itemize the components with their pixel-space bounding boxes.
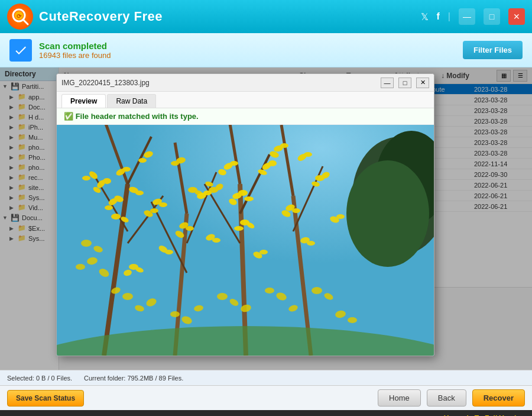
svg-point-65	[230, 161, 238, 166]
svg-point-60	[268, 160, 277, 166]
title-bar-controls: 𝕏 f | — □ ✕	[421, 8, 525, 25]
modal-close-btn[interactable]: ✕	[416, 78, 429, 88]
svg-point-50	[150, 208, 158, 213]
svg-point-40	[82, 176, 90, 180]
minimize-btn[interactable]: —	[459, 8, 475, 25]
svg-point-94	[81, 240, 92, 247]
filter-files-button[interactable]: Filter Files	[463, 41, 523, 59]
facebook-btn[interactable]: f	[437, 11, 440, 22]
status-bar: Selected: 0 B / 0 Files. Current folder:…	[0, 370, 532, 385]
scan-icon	[9, 39, 32, 62]
current-folder-status: Current folder: 795.2MB / 89 Files.	[84, 375, 183, 382]
svg-point-35	[111, 214, 121, 220]
back-button[interactable]: Back	[427, 389, 466, 407]
svg-point-103	[170, 311, 180, 317]
recover-button[interactable]: Recover	[472, 389, 525, 407]
twitter-btn[interactable]: 𝕏	[421, 11, 429, 22]
svg-point-80	[304, 152, 312, 157]
modal-window: IMG_20220415_123803.jpg — □ ✕ Preview Ra…	[56, 73, 434, 356]
modal-minimize-btn[interactable]: —	[381, 78, 394, 88]
svg-point-77	[280, 143, 288, 148]
svg-point-71	[292, 208, 300, 213]
maximize-btn[interactable]: □	[484, 8, 500, 25]
svg-line-2	[23, 20, 28, 24]
title-bar-left: ⟳ CuteRecovery Free	[7, 4, 163, 30]
svg-point-69	[234, 226, 244, 231]
svg-point-38	[159, 202, 167, 207]
svg-point-89	[259, 250, 268, 254]
scan-text-block: Scan completed 16943 files are found	[39, 41, 111, 60]
svg-point-8	[346, 160, 429, 267]
svg-point-44	[186, 226, 194, 231]
app-logo: ⟳	[7, 4, 33, 30]
svg-point-42	[122, 167, 131, 172]
modal-overlay: IMG_20220415_123803.jpg — □ ✕ Preview Ra…	[0, 67, 532, 370]
selected-files-status: Selected: 0 B / 0 Files.	[7, 375, 72, 382]
scan-bar: Scan completed 16943 files are found Fil…	[0, 33, 532, 67]
scan-info: Scan completed 16943 files are found	[9, 39, 111, 62]
footer-bar: CuteRecovery - Lost Files and Partitions…	[0, 410, 532, 416]
scan-completed-label: Scan completed	[39, 41, 111, 51]
svg-point-52	[171, 161, 179, 166]
app-title: CuteRecovery Free	[39, 9, 163, 24]
modal-maximize-btn[interactable]: □	[398, 78, 411, 88]
svg-point-56	[238, 190, 248, 196]
svg-point-106	[217, 293, 228, 300]
modal-title: IMG_20220415_123803.jpg	[61, 79, 376, 87]
svg-point-97	[76, 264, 85, 270]
svg-point-91	[307, 241, 315, 246]
scan-files-count: 16943 files are found	[39, 51, 111, 60]
svg-point-115	[348, 317, 357, 323]
svg-point-58	[244, 196, 254, 201]
close-btn[interactable]: ✕	[508, 8, 525, 25]
modal-titlebar: IMG_20220415_123803.jpg — □ ✕	[57, 74, 434, 92]
status-icon: ✅	[64, 112, 73, 121]
tab-rawdata[interactable]: Raw Data	[107, 94, 156, 108]
svg-point-85	[165, 250, 173, 254]
svg-point-32	[135, 191, 144, 195]
svg-point-27	[105, 205, 113, 210]
status-text: File header matched with its type.	[76, 112, 199, 121]
modal-tabs: Preview Raw Data	[57, 92, 434, 108]
svg-point-93	[336, 214, 345, 219]
home-button[interactable]: Home	[378, 389, 421, 407]
tab-preview[interactable]: Preview	[61, 94, 106, 108]
svg-point-87	[212, 238, 220, 243]
svg-point-100	[122, 293, 133, 300]
main-area: Directory ▼ 💾 Partiti... ▶ 📁 app... ▶ 📁 …	[0, 67, 532, 370]
svg-point-34	[138, 158, 147, 163]
svg-point-29	[103, 178, 111, 184]
svg-point-112	[312, 287, 322, 294]
modal-image-preview	[57, 125, 434, 356]
bottom-bar: Save Scan Status Home Back Recover	[0, 385, 532, 410]
save-scan-button[interactable]: Save Scan Status	[7, 390, 84, 407]
svg-point-109	[265, 288, 274, 294]
svg-text:⟳: ⟳	[17, 13, 22, 20]
title-bar: ⟳ CuteRecovery Free 𝕏 f | — □ ✕	[0, 0, 532, 33]
modal-status: ✅ File header matched with its type.	[57, 108, 434, 125]
svg-point-63	[203, 191, 212, 195]
